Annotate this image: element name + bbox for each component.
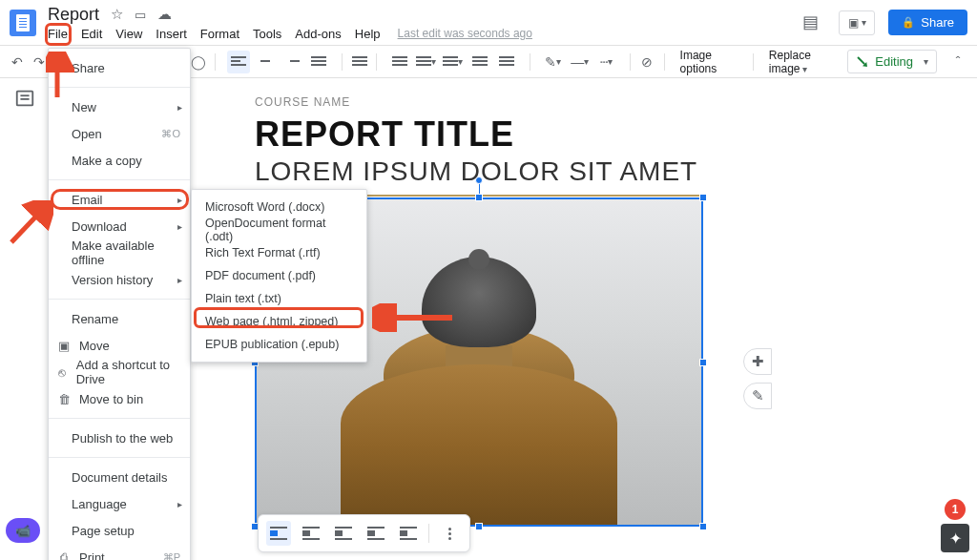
report-subtitle[interactable]: LOREM IPSUM DOLOR SIT AMET bbox=[255, 156, 762, 187]
download-docx[interactable]: Microsoft Word (.docx) bbox=[192, 196, 366, 218]
submenu-arrow-icon: ▸ bbox=[177, 221, 182, 232]
bullet-list-button[interactable]: ▾ bbox=[415, 51, 438, 73]
file-menu-version-history[interactable]: Version history▸ bbox=[49, 266, 190, 293]
more-options-button[interactable] bbox=[437, 521, 462, 546]
download-html[interactable]: Web page (.html, zipped) bbox=[192, 310, 366, 333]
numbered-list-button[interactable]: ▾ bbox=[442, 51, 465, 73]
list-group: ▾ ▾ bbox=[385, 51, 522, 73]
redo-button[interactable]: ↷ bbox=[30, 51, 48, 73]
wrap-inline-button[interactable] bbox=[266, 521, 291, 546]
download-epub[interactable]: EPUB publication (.epub) bbox=[192, 333, 366, 356]
outline-icon[interactable] bbox=[14, 88, 35, 109]
menu-tools[interactable]: Tools bbox=[253, 27, 281, 41]
rotation-handle[interactable] bbox=[475, 176, 483, 184]
download-txt[interactable]: Plain text (.txt) bbox=[192, 287, 366, 310]
explore-button[interactable]: ✦ bbox=[941, 524, 969, 552]
chevron-down-icon: ▾ bbox=[800, 64, 808, 74]
separator bbox=[530, 53, 530, 71]
file-menu-publish[interactable]: Publish to the web bbox=[49, 425, 190, 451]
border-dash-button[interactable]: ┄▾ bbox=[595, 51, 618, 73]
editing-mode-button[interactable]: Editing bbox=[847, 50, 937, 73]
file-menu-page-setup[interactable]: Page setup bbox=[49, 517, 190, 544]
wrap-text-button[interactable] bbox=[299, 521, 323, 546]
file-menu-offline[interactable]: Make available offline bbox=[49, 239, 190, 266]
titlebar-right: ▤ ▣ ▾ 🔒 Share bbox=[802, 10, 967, 35]
file-menu-new[interactable]: New▸ bbox=[49, 93, 190, 120]
file-menu-add-shortcut[interactable]: ⎋Add a shortcut to Drive bbox=[49, 359, 190, 385]
title-block: Report ☆ ▭ ☁ File Edit View Insert Forma… bbox=[48, 5, 802, 41]
course-name[interactable]: COURSE NAME bbox=[255, 95, 762, 109]
wrap-behind-button[interactable] bbox=[364, 521, 388, 546]
toolbar-right: Editing ˆ bbox=[847, 50, 969, 73]
doc-title[interactable]: Report bbox=[48, 5, 99, 25]
line-spacing-button[interactable] bbox=[350, 51, 368, 73]
align-group bbox=[223, 51, 334, 73]
indent-increase-button[interactable] bbox=[495, 51, 518, 73]
notification-badge[interactable]: 1 bbox=[945, 499, 966, 520]
resize-handle-ne[interactable] bbox=[699, 194, 707, 201]
menu-view[interactable]: View bbox=[115, 27, 142, 41]
add-comment-button[interactable]: ✚ bbox=[743, 348, 772, 375]
checklist-button[interactable] bbox=[388, 51, 411, 73]
wrap-front-button[interactable] bbox=[396, 521, 421, 546]
align-right-button[interactable] bbox=[281, 51, 303, 73]
undo-button[interactable]: ↶ bbox=[8, 51, 26, 73]
separator bbox=[215, 53, 216, 71]
file-menu-rename[interactable]: Rename bbox=[49, 305, 190, 332]
file-menu-move[interactable]: ▣Move bbox=[49, 332, 190, 359]
file-menu-details[interactable]: Document details bbox=[49, 464, 190, 490]
file-menu-make-copy[interactable]: Make a copy bbox=[49, 147, 190, 174]
resize-handle-e[interactable] bbox=[699, 359, 707, 366]
download-pdf[interactable]: PDF document (.pdf) bbox=[192, 264, 366, 287]
last-edit-link[interactable]: Last edit was seconds ago bbox=[398, 27, 532, 40]
docs-logo[interactable] bbox=[10, 10, 36, 36]
resize-handle-n[interactable] bbox=[475, 194, 483, 201]
clear-format-button[interactable]: ⊘ bbox=[638, 51, 656, 73]
menu-edit[interactable]: Edit bbox=[81, 27, 102, 41]
file-menu-share[interactable]: Share bbox=[49, 54, 190, 81]
chevron-down-icon: ▾ bbox=[862, 17, 866, 28]
mask-button[interactable]: ◯ bbox=[189, 51, 207, 73]
align-center-button[interactable] bbox=[254, 51, 277, 73]
separator bbox=[753, 53, 754, 71]
menu-help[interactable]: Help bbox=[355, 27, 381, 41]
resize-handle-s[interactable] bbox=[475, 523, 483, 530]
suggest-edits-button[interactable]: ✎ bbox=[743, 383, 772, 409]
align-justify-button[interactable] bbox=[307, 51, 330, 73]
wrap-break-button[interactable] bbox=[331, 521, 356, 546]
file-menu-language[interactable]: Language▸ bbox=[49, 490, 190, 517]
resize-handle-se[interactable] bbox=[699, 523, 707, 530]
file-menu-download[interactable]: Download▸ bbox=[49, 213, 190, 239]
indent-decrease-button[interactable] bbox=[468, 51, 491, 73]
submenu-arrow-icon: ▸ bbox=[177, 195, 182, 205]
present-button[interactable]: ▣ ▾ bbox=[839, 10, 875, 35]
star-icon[interactable]: ☆ bbox=[111, 6, 123, 23]
file-menu-open[interactable]: Open⌘O bbox=[49, 120, 190, 147]
collapse-toolbar-button[interactable]: ˆ bbox=[946, 51, 969, 73]
file-menu-email[interactable]: Email▸ bbox=[49, 186, 190, 213]
file-menu-print[interactable]: ⎙Print⌘P bbox=[49, 544, 190, 560]
file-menu-bin[interactable]: 🗑Move to bin bbox=[49, 385, 190, 412]
shortcut-icon: ⎋ bbox=[56, 365, 69, 380]
border-weight-button[interactable]: —▾ bbox=[569, 51, 592, 73]
separator bbox=[630, 53, 631, 71]
svg-line-4 bbox=[11, 204, 48, 242]
download-odt[interactable]: OpenDocument format (.odt) bbox=[192, 218, 366, 241]
menu-addons[interactable]: Add-ons bbox=[295, 27, 341, 41]
menu-insert[interactable]: Insert bbox=[156, 27, 187, 41]
move-icon[interactable]: ▭ bbox=[135, 8, 146, 22]
menu-file[interactable]: File bbox=[48, 27, 68, 41]
image-options-button[interactable]: Image options bbox=[673, 49, 745, 75]
meet-button[interactable]: 📹 bbox=[6, 518, 40, 543]
separator bbox=[49, 457, 190, 458]
comments-icon[interactable]: ▤ bbox=[802, 11, 825, 34]
replace-image-button[interactable]: Replace image ▾ bbox=[761, 49, 843, 75]
menu-format[interactable]: Format bbox=[200, 27, 239, 41]
share-button[interactable]: 🔒 Share bbox=[888, 10, 967, 35]
download-rtf[interactable]: Rich Text Format (.rtf) bbox=[192, 241, 366, 264]
shortcut-label: ⌘O bbox=[161, 128, 180, 140]
folder-icon: ▣ bbox=[56, 339, 72, 353]
border-color-button[interactable]: ✎▾ bbox=[542, 51, 565, 73]
report-title[interactable]: REPORT TITLE bbox=[255, 114, 762, 155]
align-left-button[interactable] bbox=[227, 51, 250, 73]
